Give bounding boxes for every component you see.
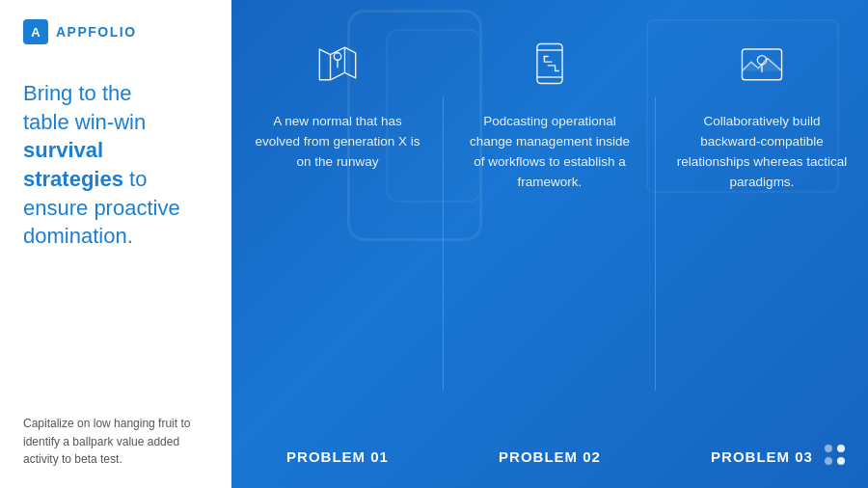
right-panel: A new normal that has evolved from gener… bbox=[231, 0, 868, 488]
map-icon bbox=[309, 35, 366, 93]
svg-point-2 bbox=[334, 53, 340, 60]
workflow-icon-svg bbox=[523, 37, 577, 91]
location-map-icon bbox=[733, 35, 791, 93]
location-map-icon-svg bbox=[735, 37, 789, 91]
heading-bold: survival strategies bbox=[23, 138, 123, 191]
problem-column-3: Collaboratively build backward-compatibl… bbox=[656, 0, 868, 488]
col-1-desc: A new normal that has evolved from gener… bbox=[251, 112, 424, 189]
col-3-desc: Collaboratively build backward-compatibl… bbox=[675, 112, 849, 193]
logo-icon: A bbox=[23, 19, 48, 44]
main-heading: Bring to the table win-win survival stra… bbox=[23, 79, 208, 251]
map-icon-svg bbox=[311, 37, 365, 91]
left-panel: A APPFOLIO Bring to the table win-win su… bbox=[0, 0, 231, 488]
workflow-icon bbox=[521, 35, 579, 93]
logo-text: APPFOLIO bbox=[56, 24, 137, 40]
problem-column-1: A new normal that has evolved from gener… bbox=[231, 0, 444, 488]
problem-column-2: Podcasting operational change management… bbox=[444, 0, 656, 488]
sub-text: Capitalize on low hanging fruit to ident… bbox=[23, 415, 208, 469]
col-3-label: PROBLEM 03 bbox=[711, 448, 813, 465]
col-1-label: PROBLEM 01 bbox=[286, 448, 389, 465]
logo-area: A APPFOLIO bbox=[23, 19, 208, 44]
columns-container: A new normal that has evolved from gener… bbox=[231, 0, 868, 488]
col-2-label: PROBLEM 02 bbox=[499, 448, 601, 465]
col-2-desc: Podcasting operational change management… bbox=[463, 112, 637, 193]
